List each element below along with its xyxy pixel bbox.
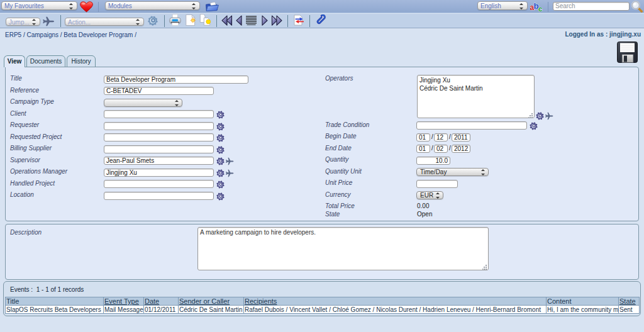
svg-text:c: c	[538, 5, 542, 12]
